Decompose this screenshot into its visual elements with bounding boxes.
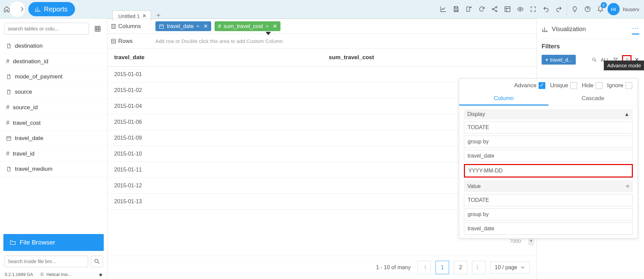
avatar[interactable]: HI bbox=[608, 3, 620, 15]
display-field-traveldate[interactable] bbox=[464, 150, 633, 162]
table-cell: 2015-01-09 bbox=[107, 130, 322, 146]
share-button[interactable] bbox=[489, 3, 500, 15]
folder-icon bbox=[9, 239, 16, 246]
table-header[interactable]: sum_travel_cost bbox=[322, 49, 537, 66]
undo-button[interactable] bbox=[540, 3, 552, 15]
pager-page-2[interactable]: 2 bbox=[454, 261, 467, 274]
advance-checkbox[interactable]: Advance bbox=[514, 82, 545, 89]
notifications-button[interactable]: 6 bbox=[595, 3, 606, 15]
filter-config-popup: Advance Unique Hide Ignore Column Cascad… bbox=[459, 78, 638, 238]
display-field-dateformat[interactable] bbox=[464, 164, 633, 178]
pagination: 1 - 10 of many 〈 1 2 〉 10 / page bbox=[107, 256, 537, 279]
line-chart-button[interactable] bbox=[438, 3, 449, 15]
file-browser-search-input[interactable] bbox=[4, 256, 88, 267]
hint-button[interactable] bbox=[569, 3, 580, 15]
version-text: 5.2.1.1689 GA bbox=[5, 272, 33, 277]
save-button[interactable] bbox=[450, 3, 462, 15]
file-browser-button[interactable]: File Browser bbox=[3, 234, 104, 251]
username-label: hiuserv bbox=[623, 6, 639, 12]
filter-chip-label: travel_d... bbox=[550, 57, 572, 63]
field-item-travel_cost[interactable]: #travel_cost bbox=[0, 115, 107, 131]
divide-icon: ÷ bbox=[266, 23, 269, 29]
layout-icon bbox=[504, 6, 511, 13]
field-search-input[interactable] bbox=[4, 23, 89, 34]
tab-column[interactable]: Column bbox=[459, 92, 548, 106]
field-item-source[interactable]: source bbox=[0, 85, 107, 100]
fullscreen-button[interactable] bbox=[527, 3, 539, 15]
refresh-button[interactable] bbox=[476, 3, 488, 15]
svg-point-8 bbox=[95, 259, 98, 262]
per-page-select[interactable]: 10 / page bbox=[490, 261, 530, 274]
chevron-down-icon bbox=[520, 265, 525, 270]
field-item-mode_of_payment[interactable]: mode_of_payment bbox=[0, 69, 107, 85]
field-item-travel_id[interactable]: #travel_id bbox=[0, 146, 107, 162]
field-item-destination[interactable]: destination bbox=[0, 39, 107, 54]
help-icon bbox=[584, 6, 591, 13]
close-icon[interactable]: ✕ bbox=[142, 13, 147, 19]
columns-label: Columns bbox=[118, 23, 141, 30]
table-cell: 2015-01-02 bbox=[107, 83, 322, 98]
columns-shelf[interactable]: Columns travel_date ÷ ✕ # sum_travel_cos… bbox=[107, 19, 537, 34]
layout-button[interactable] bbox=[502, 3, 513, 15]
refresh-icon bbox=[478, 6, 485, 13]
breadcrumb-next-button[interactable] bbox=[19, 6, 25, 13]
field-item-source_id[interactable]: #source_id bbox=[0, 100, 107, 115]
search-icon bbox=[592, 57, 597, 63]
pill-remove-button[interactable]: ✕ bbox=[273, 23, 277, 29]
table-cell: 2015-01-11 bbox=[107, 162, 322, 178]
reports-breadcrumb[interactable]: Reports bbox=[28, 2, 75, 16]
display-field-todate[interactable] bbox=[464, 121, 633, 134]
expand-icon bbox=[530, 6, 537, 13]
redo-button[interactable] bbox=[553, 3, 565, 15]
value-section-header[interactable]: Value ÷ bbox=[464, 180, 633, 192]
file-browser-search-button[interactable] bbox=[91, 256, 103, 267]
home-icon bbox=[3, 6, 10, 13]
value-field-groupby[interactable] bbox=[464, 208, 633, 220]
pager-next-button[interactable]: 〉 bbox=[472, 261, 486, 274]
filter-search-button[interactable] bbox=[591, 56, 598, 64]
column-pill-travel-date[interactable]: travel_date ÷ ✕ bbox=[155, 21, 211, 31]
svg-rect-7 bbox=[7, 137, 11, 140]
display-field-groupby[interactable] bbox=[464, 136, 633, 148]
visualization-more-button[interactable]: ⋯ bbox=[632, 24, 639, 34]
redo-icon bbox=[555, 6, 562, 13]
filter-chip-travel-date[interactable]: ▼ travel_d... bbox=[542, 55, 576, 65]
eye-icon bbox=[517, 6, 524, 13]
rows-label: Rows bbox=[118, 38, 133, 45]
value-field-todate[interactable] bbox=[464, 194, 633, 206]
ignore-checkbox[interactable]: Ignore bbox=[607, 82, 632, 89]
pager-page-1[interactable]: 1 bbox=[436, 261, 449, 274]
field-list: destination#destination_idmode_of_paymen… bbox=[0, 39, 107, 232]
rows-shelf[interactable]: Rows Add row or Double click this area t… bbox=[107, 34, 537, 49]
ghost-value: 7000 bbox=[510, 238, 521, 244]
add-value-button[interactable]: ÷ bbox=[626, 182, 629, 190]
grid-icon bbox=[94, 25, 101, 32]
pager-info: 1 - 10 of many bbox=[376, 264, 411, 271]
field-item-destination_id[interactable]: #destination_id bbox=[0, 54, 107, 69]
unique-checkbox[interactable]: Unique bbox=[550, 82, 577, 89]
column-pill-sum-travel-cost[interactable]: # sum_travel_cost ÷ ✕ bbox=[215, 21, 280, 31]
display-section-header[interactable]: Display ▲ bbox=[464, 109, 633, 119]
pill-remove-button[interactable]: ✕ bbox=[203, 23, 208, 29]
table-header[interactable]: travel_date bbox=[107, 49, 322, 66]
sidebar: destination#destination_idmode_of_paymen… bbox=[0, 19, 107, 279]
advance-mode-tooltip: Advance mode bbox=[604, 61, 644, 70]
table-cell: 2015-01-12 bbox=[107, 178, 322, 193]
field-item-travel_medium[interactable]: travel_medium bbox=[0, 162, 107, 177]
field-item-travel_date[interactable]: travel_date bbox=[0, 131, 107, 146]
svg-rect-11 bbox=[112, 39, 116, 43]
version-footer: 5.2.1.1689 GA © Helical Insi... ◆ bbox=[0, 270, 107, 279]
undo-icon bbox=[543, 6, 549, 13]
help-button[interactable] bbox=[582, 3, 593, 15]
tab-cascade[interactable]: Cascade bbox=[548, 92, 638, 106]
value-field-traveldate[interactable] bbox=[464, 223, 633, 235]
grid-toggle-button[interactable] bbox=[92, 23, 103, 34]
hide-checkbox[interactable]: Hide bbox=[582, 82, 602, 89]
dropdown-caret-icon[interactable] bbox=[266, 32, 271, 35]
pager-prev-button[interactable]: 〈 bbox=[417, 261, 431, 274]
topbar: Reports Untitled 1 ✕ ＋ 6 HI hiuserv bbox=[0, 0, 644, 19]
preview-button[interactable] bbox=[515, 3, 526, 15]
table-cell: 2015-01-04 bbox=[107, 98, 322, 114]
chart-icon bbox=[34, 6, 41, 13]
export-button[interactable] bbox=[463, 3, 475, 15]
